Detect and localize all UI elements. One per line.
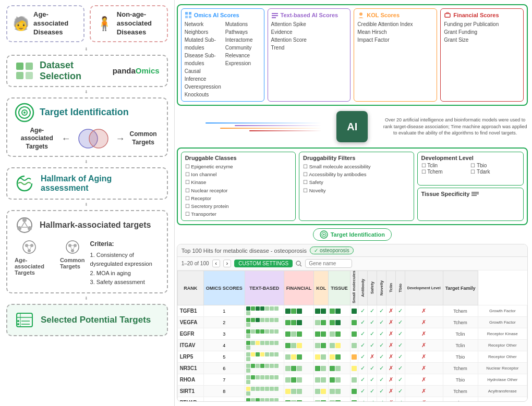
- common-target-label: Common Targets: [127, 130, 160, 146]
- svg-rect-1: [26, 63, 33, 70]
- col-dev: Development Level: [405, 271, 443, 305]
- svg-point-36: [17, 323, 19, 325]
- financial-item-0: Funding per Publication: [444, 20, 520, 28]
- svg-point-12: [17, 226, 21, 230]
- target-family-cell: Growth Factor: [478, 317, 527, 328]
- antibody-cell: ✓: [367, 340, 377, 351]
- tbio-cell: ✗: [405, 328, 443, 340]
- small-mol-cell: ✓: [358, 305, 367, 317]
- hallmark-icon: [15, 174, 34, 193]
- tissue-score-cell: [350, 340, 358, 351]
- antibody-cell: ✓: [367, 386, 377, 397]
- kol-score-cell: [329, 374, 350, 386]
- panda-logo: pandaOmics: [113, 66, 160, 75]
- gene-name-cell: SIRT1: [177, 386, 203, 397]
- table-row: TGFB11 ✓: [177, 305, 527, 317]
- results-title: Top 100 Hits for metabolic disease - ost…: [182, 248, 307, 254]
- table-row: PTH1R9 ✓: [177, 397, 527, 401]
- non-age-disease-label: Non-age-associated Diseases: [117, 10, 162, 37]
- col-financial: FINANCIAL: [284, 271, 314, 305]
- svg-rect-38: [185, 12, 188, 15]
- dataset-selection-box: Dataset Selection pandaOmics: [6, 55, 168, 87]
- panda-accent: Omics: [136, 66, 160, 75]
- druggability-filters-list: ☐ Small molecule accessibility ☐ Accessi…: [303, 163, 409, 194]
- gene-name-cell: PTH1R: [177, 397, 203, 401]
- next-page-btn[interactable]: ›: [223, 260, 231, 267]
- omics-list: Network Neighbors Mutated Sub-modules Di…: [185, 20, 261, 99]
- left-panel: 🧓 Age-associated Diseases 🧍 Non-age-asso…: [0, 0, 174, 406]
- kol-item-0: Credible Attention Index: [357, 20, 433, 28]
- page-info: 1–20 of 100: [182, 261, 209, 266]
- svg-rect-0: [16, 63, 23, 70]
- financial-score-cell: [314, 305, 329, 317]
- kol-score-box: KOL Scores Credible Attention Index Mean…: [354, 8, 437, 102]
- tissue-score-cell: [350, 317, 358, 328]
- text-score-cell: [284, 397, 314, 401]
- svg-point-9: [89, 129, 108, 148]
- svg-point-52: [323, 234, 324, 236]
- svg-rect-41: [189, 16, 191, 18]
- safety-cell: ✓: [377, 317, 386, 328]
- novelty-cell: ✗: [386, 317, 395, 328]
- table-row: ITGAV4 ✓: [177, 340, 527, 351]
- prev-page-btn[interactable]: ‹: [212, 260, 220, 267]
- target-id-arrow: Target Identification: [177, 228, 528, 241]
- target-family-cell: Acyltransferase: [478, 386, 527, 397]
- novelty-cell: ✗: [386, 363, 395, 374]
- druggable-classes-title: Druggable Classes: [185, 155, 292, 161]
- assoc-age-item: Age-associated Targets: [15, 239, 44, 276]
- dev-level-cell: Tbio: [443, 351, 478, 363]
- kol-score-cell: [329, 305, 350, 317]
- text-score-cell: [284, 351, 314, 363]
- connector-5: ⬇: [6, 297, 168, 301]
- financial-score-cell: [314, 374, 329, 386]
- small-mol-cell: ✓: [358, 328, 367, 340]
- omics-score-cell: [245, 363, 284, 374]
- hallmark-assoc-header: Hallmark-associated targets: [15, 215, 160, 235]
- assoc-common-label: Common Targets: [60, 257, 85, 269]
- connector-1: ⬇: [6, 47, 168, 52]
- omics-item-2: Disease Sub-modules: [185, 52, 221, 67]
- svg-point-34: [17, 320, 19, 322]
- arrow-right-icon: →: [116, 133, 125, 144]
- omics-score-cell: [245, 340, 284, 351]
- target-id-header: Target Identification: [15, 103, 160, 122]
- hallmark-assoc-label: Hallmark-associated targets: [40, 220, 151, 230]
- custom-settings-btn[interactable]: CUSTOM SETTINGS: [234, 260, 293, 267]
- results-controls: 1–20 of 100 ‹ › CUSTOM SETTINGS: [177, 257, 527, 270]
- svg-point-45: [359, 13, 362, 16]
- connector-3: ⬇: [6, 160, 168, 164]
- dev-level-cell: Tchem: [443, 305, 478, 317]
- tbio-cell: ✗: [405, 340, 443, 351]
- target-family-cell: Nuclear Receptor: [478, 363, 527, 374]
- target-identification-box: Target Identification Age-associated Tar…: [6, 97, 168, 157]
- gene-name-cell: TGFB1: [177, 305, 203, 317]
- rank-cell: 8: [203, 386, 245, 397]
- kol-score-title: KOL Scores: [357, 11, 433, 19]
- col-novelty: Novelty: [377, 271, 386, 305]
- tissue-score-cell: [350, 386, 358, 397]
- svg-line-54: [300, 265, 301, 266]
- col-rank: RANK: [177, 271, 203, 305]
- target-family-cell: Receptor Other: [478, 351, 527, 363]
- criteria-item-3: 3. Safety assessment: [90, 278, 160, 287]
- omics-item-4: Overexpression: [185, 83, 221, 91]
- rank-cell: 1: [203, 305, 245, 317]
- small-mol-cell: ✓: [358, 351, 367, 363]
- tissue-specificity-box: Tissue Specificity: [417, 188, 524, 222]
- rank-cell: 3: [203, 328, 245, 340]
- kol-score-cell: [329, 397, 350, 401]
- small-mol-cell: ✓: [358, 386, 367, 397]
- safety-cell: ✓: [377, 305, 386, 317]
- target-family-cell: Receptor Other: [478, 340, 527, 351]
- rank-cell: 5: [203, 351, 245, 363]
- criteria-title: Criteria:: [90, 239, 160, 249]
- kol-score-cell: [329, 386, 350, 397]
- kol-item-1: Mean Hirsch: [357, 28, 433, 36]
- gene-search-input[interactable]: [305, 259, 352, 268]
- tbio-cell: ✗: [405, 397, 443, 401]
- omics-item-7: Pathways: [225, 28, 261, 36]
- dev-level-box: Development Level ☐ Tclin ☐ Tbio ☐ Tchem…: [417, 152, 524, 186]
- safety-cell: ✓: [377, 397, 386, 401]
- antibody-cell: ✓: [367, 363, 377, 374]
